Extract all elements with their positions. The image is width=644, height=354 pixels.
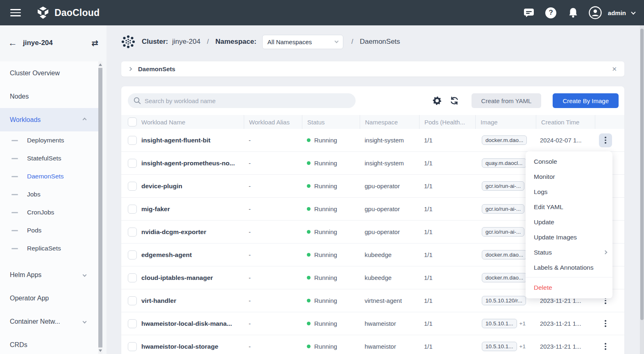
row-checkbox[interactable]	[128, 296, 137, 305]
close-icon[interactable]	[612, 65, 617, 73]
workload-name[interactable]: cloud-iptables-manager	[139, 274, 244, 282]
select-all-checkbox[interactable]	[128, 117, 137, 126]
chevron-right-icon[interactable]	[128, 67, 132, 71]
switch-cluster-icon[interactable]	[91, 38, 98, 48]
column-header[interactable]: Namespace	[360, 115, 419, 129]
image-extra-count[interactable]: +1	[519, 343, 526, 349]
sidebar-scrollbar-thumb[interactable]	[98, 68, 102, 347]
workload-name[interactable]: device-plugin	[139, 183, 244, 190]
user-menu-chevron-icon[interactable]	[631, 10, 635, 14]
context-menu-item[interactable]: Status	[526, 245, 612, 260]
row-checkbox[interactable]	[128, 159, 137, 168]
sidebar-item[interactable]: Jobs	[0, 185, 98, 203]
context-menu-item[interactable]: Labels & Annotations	[526, 260, 612, 275]
sidebar-item[interactable]: Container Netw...	[0, 310, 98, 333]
context-menu-item[interactable]: Console	[526, 154, 612, 169]
page-scrollbar[interactable]	[640, 25, 644, 354]
sidebar-item[interactable]: CronJobs	[0, 203, 98, 221]
context-menu-item[interactable]: Logs	[526, 184, 612, 199]
row-checkbox[interactable]	[128, 205, 137, 214]
creation-time-cell: 2023-11-21 1...	[536, 320, 595, 327]
sidebar-item[interactable]: Pods	[0, 221, 98, 239]
workload-name[interactable]: edgemesh-agent	[139, 251, 244, 259]
table-toolbar: Create from YAML Create By Image	[121, 86, 624, 115]
sidebar-item[interactable]: ReplicaSets	[0, 239, 98, 257]
sidebar-item[interactable]: Nodes	[0, 85, 98, 108]
context-menu-item-label: Update	[534, 219, 554, 226]
column-header[interactable]: Pods (Health...	[419, 115, 475, 129]
row-actions-button[interactable]	[599, 317, 612, 331]
sidebar-item[interactable]: Deployments	[0, 131, 98, 149]
column-header[interactable]: Workload Alias	[244, 115, 302, 129]
workload-name[interactable]: hwameistor-local-disk-mana...	[139, 320, 244, 327]
workload-name[interactable]: insight-agent-prometheus-no...	[139, 160, 244, 167]
workload-name[interactable]: hwameistor-local-storage	[139, 343, 244, 350]
column-header[interactable]: Image	[475, 115, 536, 129]
image-tag[interactable]: 10.5.10.1...	[482, 342, 517, 351]
namespace-cell: hwameistor	[360, 320, 419, 327]
row-checkbox[interactable]	[128, 273, 137, 282]
row-actions-button[interactable]	[599, 133, 612, 147]
context-menu-item[interactable]: Edit YAML	[526, 199, 612, 214]
back-arrow-icon[interactable]	[8, 38, 17, 47]
image-tag[interactable]: quay.m.daocl...	[482, 158, 526, 168]
image-tag[interactable]: docker.m.dao...	[482, 250, 527, 259]
search-box[interactable]	[128, 93, 356, 108]
image-tag[interactable]: 10.5.10.1...	[482, 319, 517, 328]
status-text: Running	[314, 137, 337, 144]
row-checkbox[interactable]	[128, 319, 137, 328]
image-tag[interactable]: 10.5.10.120/r...	[482, 296, 526, 305]
context-menu-item[interactable]: Delete	[526, 280, 612, 295]
table-row: hwameistor-local-disk-mana... - Running …	[121, 312, 624, 335]
namespace-select[interactable]: All Namespaces	[262, 35, 343, 49]
breadcrumb-title[interactable]: DaemonSets	[138, 65, 175, 72]
search-input[interactable]	[145, 97, 350, 104]
row-checkbox[interactable]	[128, 250, 137, 259]
gear-icon[interactable]	[432, 96, 442, 106]
sidebar-item[interactable]: StatefulSets	[0, 149, 98, 167]
sidebar-item[interactable]: Helm Apps	[0, 263, 98, 286]
image-tag[interactable]: docker.m.dao...	[482, 135, 527, 145]
help-icon[interactable]	[540, 5, 562, 21]
sidebar-scrollbar[interactable]	[98, 61, 102, 354]
row-checkbox[interactable]	[128, 342, 137, 351]
sidebar-item[interactable]: Cluster Overview	[0, 61, 98, 85]
user-avatar[interactable]	[584, 5, 606, 21]
image-tag[interactable]: gcr.io/run-ai-...	[482, 204, 524, 214]
column-header[interactable]: Workload Name	[139, 115, 244, 129]
create-by-image-button[interactable]: Create By Image	[553, 93, 619, 108]
image-tag[interactable]: gcr.io/run-ai-...	[482, 227, 524, 237]
sidebar-item[interactable]: CRDs	[0, 333, 98, 354]
sidebar-item[interactable]: Workloads	[0, 108, 98, 131]
workload-name[interactable]: nvidia-dcgm-exporter	[139, 228, 244, 236]
workload-name[interactable]: virt-handler	[139, 297, 244, 304]
row-checkbox[interactable]	[128, 136, 137, 145]
row-checkbox[interactable]	[128, 182, 137, 191]
workload-name[interactable]: insight-agent-fluent-bit	[139, 137, 244, 144]
status-cell: Running	[302, 297, 360, 304]
chat-bubble-icon[interactable]	[518, 5, 540, 21]
bell-icon[interactable]	[562, 5, 584, 21]
workload-name[interactable]: mig-faker	[139, 205, 244, 213]
column-header[interactable]: Status	[302, 115, 360, 129]
create-from-yaml-button[interactable]: Create from YAML	[472, 93, 542, 108]
context-menu-item[interactable]: Monitor	[526, 169, 612, 184]
column-header[interactable]: Creation Time	[536, 115, 595, 129]
refresh-icon[interactable]	[449, 96, 459, 106]
scroll-up-arrow-icon[interactable]	[99, 63, 102, 66]
context-menu-item[interactable]: Update Images	[526, 230, 612, 245]
scroll-down-arrow-icon[interactable]	[99, 349, 102, 352]
row-checkbox[interactable]	[128, 228, 137, 237]
page-scrollbar-thumb[interactable]	[640, 29, 644, 320]
image-tag[interactable]: gcr.io/run-ai-...	[482, 181, 524, 191]
brand-logo[interactable]: DaoCloud	[36, 5, 100, 20]
sidebar-item[interactable]: Operator App	[0, 286, 98, 310]
sidebar-item[interactable]: DaemonSets	[0, 167, 98, 185]
workload-alias: -	[244, 274, 302, 281]
menu-icon[interactable]	[10, 9, 21, 16]
image-tag[interactable]: docker.m.dao...	[482, 273, 527, 282]
cluster-value[interactable]: jinye-204	[172, 38, 200, 46]
row-actions-button[interactable]	[599, 340, 612, 354]
image-extra-count[interactable]: +1	[519, 320, 526, 327]
context-menu-item[interactable]: Update	[526, 214, 612, 230]
